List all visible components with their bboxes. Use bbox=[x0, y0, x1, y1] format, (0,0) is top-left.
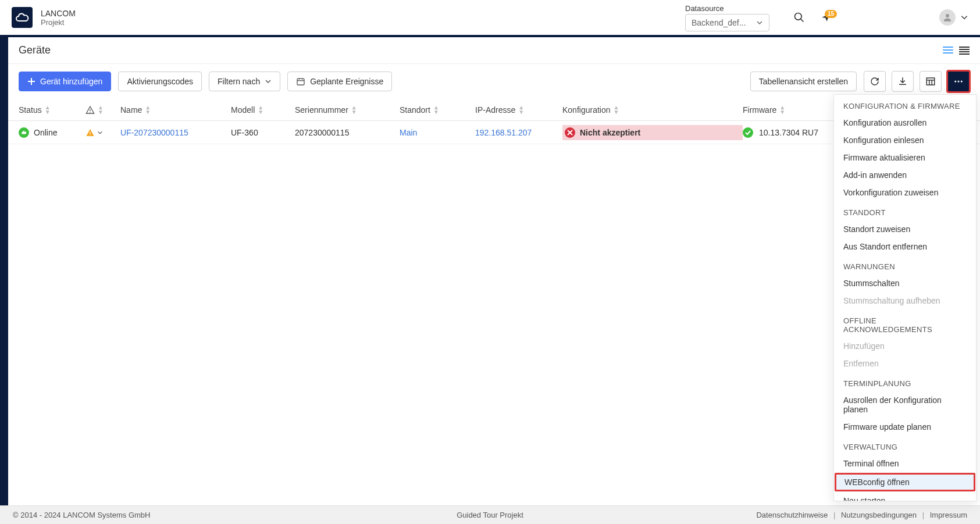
chevron-down-icon bbox=[97, 130, 103, 136]
refresh-icon bbox=[869, 76, 880, 87]
svg-point-17 bbox=[90, 134, 91, 136]
left-rail bbox=[0, 37, 8, 505]
menu-item-assign-preconfig[interactable]: Vorkonfiguration zuweisen bbox=[834, 184, 976, 201]
more-horizontal-icon bbox=[953, 76, 964, 87]
app-footer: © 2014 - 2024 LANCOM Systems GmbH Guided… bbox=[0, 505, 980, 524]
refresh-button[interactable] bbox=[864, 71, 886, 92]
svg-point-12 bbox=[958, 81, 960, 83]
user-avatar[interactable] bbox=[939, 9, 956, 26]
footer-privacy-link[interactable]: Datenschutzhinweise bbox=[756, 511, 828, 519]
cell-warning[interactable] bbox=[85, 128, 120, 137]
svg-point-0 bbox=[795, 13, 802, 20]
column-model[interactable]: Modell▲▼ bbox=[231, 105, 295, 115]
datasource-value: Backend_def... bbox=[692, 18, 746, 27]
menu-item-unmute: Stummschaltung aufheben bbox=[834, 292, 976, 309]
menu-item-read-config[interactable]: Konfiguration einlesen bbox=[834, 131, 976, 149]
brand-subtitle: Projekt bbox=[41, 18, 76, 27]
more-actions-button[interactable] bbox=[947, 71, 970, 92]
scheduled-events-button[interactable]: Geplante Ereignisse bbox=[287, 72, 392, 91]
menu-item-ack-add: Hinzufügen bbox=[834, 337, 976, 355]
menu-item-open-webconfig[interactable]: WEBconfig öffnen bbox=[835, 473, 975, 491]
chevron-down-icon bbox=[756, 19, 763, 26]
datasource-label: Datasource bbox=[685, 4, 769, 13]
menu-item-restart[interactable]: Neu starten bbox=[834, 492, 976, 501]
footer-imprint-link[interactable]: Impressum bbox=[930, 511, 967, 519]
column-location[interactable]: Standort▲▼ bbox=[400, 105, 475, 115]
brand-logo bbox=[12, 7, 33, 28]
menu-section-scheduling: TERMINPLANUNG bbox=[834, 372, 976, 391]
plus-icon bbox=[27, 77, 35, 85]
menu-item-assign-location[interactable]: Standort zuweisen bbox=[834, 220, 976, 238]
menu-item-rollout-config[interactable]: Konfiguration ausrollen bbox=[834, 114, 976, 131]
svg-point-2 bbox=[946, 14, 949, 17]
cell-location[interactable]: Main bbox=[400, 128, 475, 137]
brand-block: LANCOM Projekt bbox=[41, 9, 76, 27]
svg-point-11 bbox=[954, 81, 956, 83]
download-button[interactable] bbox=[892, 71, 914, 92]
page-title: Geräte bbox=[19, 44, 51, 56]
activation-codes-button[interactable]: Aktivierungscodes bbox=[118, 72, 202, 91]
notification-count-badge: 15 bbox=[825, 10, 837, 18]
menu-item-update-firmware[interactable]: Firmware aktualisieren bbox=[834, 149, 976, 166]
svg-rect-7 bbox=[926, 78, 935, 85]
menu-item-schedule-config[interactable]: Ausrollen der Konfiguration planen bbox=[834, 391, 976, 418]
user-menu-chevron[interactable] bbox=[960, 13, 968, 22]
cell-status: Online bbox=[19, 127, 85, 138]
datasource-dropdown[interactable]: Backend_def... bbox=[685, 14, 769, 31]
column-warning[interactable]: ▲▼ bbox=[85, 105, 120, 115]
menu-section-offline-ack: OFFLINE ACKNOWLEDGEMENTS bbox=[834, 309, 976, 337]
download-icon bbox=[897, 76, 908, 87]
create-table-view-button[interactable]: Tabellenansicht erstellen bbox=[750, 72, 857, 91]
menu-section-location: STANDORT bbox=[834, 201, 976, 220]
warning-icon bbox=[85, 128, 95, 137]
app-header: LANCOM Projekt Datasource Backend_def...… bbox=[0, 0, 980, 37]
user-icon bbox=[942, 12, 953, 23]
menu-item-remove-location[interactable]: Aus Standort entfernen bbox=[834, 238, 976, 255]
error-icon bbox=[565, 127, 575, 138]
column-name[interactable]: Name▲▼ bbox=[120, 105, 231, 115]
cell-name[interactable]: UF-207230000115 bbox=[120, 128, 231, 137]
columns-button[interactable] bbox=[920, 71, 942, 92]
column-ip[interactable]: IP-Adresse▲▼ bbox=[475, 105, 562, 115]
column-firmware[interactable]: Firmware▲▼ bbox=[743, 105, 836, 115]
column-status[interactable]: Status▲▼ bbox=[19, 105, 85, 115]
columns-icon bbox=[925, 76, 936, 87]
notifications-button[interactable]: 15 bbox=[819, 11, 832, 24]
menu-item-schedule-firmware[interactable]: Firmware update planen bbox=[834, 418, 976, 436]
add-device-button[interactable]: Gerät hinzufügen bbox=[19, 72, 111, 91]
check-icon bbox=[743, 127, 753, 138]
column-config[interactable]: Konfiguration▲▼ bbox=[562, 105, 743, 115]
svg-point-15 bbox=[90, 112, 90, 112]
view-toggle-comfortable[interactable] bbox=[943, 47, 953, 55]
cell-serial: 207230000115 bbox=[295, 128, 400, 137]
menu-item-apply-addin[interactable]: Add-in anwenden bbox=[834, 166, 976, 184]
status-online-icon bbox=[19, 127, 29, 138]
cell-model: UF-360 bbox=[231, 128, 295, 137]
menu-section-config-firmware: KONFIGURATION & FIRMWARE bbox=[834, 95, 976, 114]
menu-item-mute[interactable]: Stummschalten bbox=[834, 275, 976, 292]
menu-section-warnings: WARNUNGEN bbox=[834, 255, 976, 275]
cloud-icon bbox=[15, 10, 29, 24]
svg-rect-3 bbox=[297, 79, 304, 85]
search-icon bbox=[793, 12, 805, 23]
svg-line-1 bbox=[801, 19, 804, 22]
menu-item-open-terminal[interactable]: Terminal öffnen bbox=[834, 455, 976, 472]
chevron-down-icon bbox=[960, 13, 968, 22]
chevron-down-icon bbox=[265, 78, 272, 85]
view-toggle-compact[interactable] bbox=[959, 47, 970, 55]
cell-ip[interactable]: 192.168.51.207 bbox=[475, 128, 562, 137]
svg-point-13 bbox=[961, 81, 963, 83]
cell-config: Nicht akzeptiert bbox=[562, 125, 743, 140]
footer-terms-link[interactable]: Nutzungsbedingungen bbox=[841, 511, 917, 519]
footer-guided-tour[interactable]: Guided Tour Projekt bbox=[457, 511, 523, 519]
menu-section-management: VERWALTUNG bbox=[834, 436, 976, 455]
column-serial[interactable]: Seriennummer▲▼ bbox=[295, 105, 400, 115]
actions-dropdown: KONFIGURATION & FIRMWARE Konfiguration a… bbox=[833, 94, 977, 501]
warning-icon bbox=[85, 105, 95, 115]
filter-button[interactable]: Filtern nach bbox=[209, 72, 280, 91]
search-button[interactable] bbox=[793, 11, 806, 24]
brand-title: LANCOM bbox=[41, 9, 76, 18]
calendar-icon bbox=[296, 77, 305, 86]
menu-item-ack-remove: Entfernen bbox=[834, 355, 976, 372]
cell-firmware: 10.13.7304 RU7 bbox=[743, 127, 836, 138]
